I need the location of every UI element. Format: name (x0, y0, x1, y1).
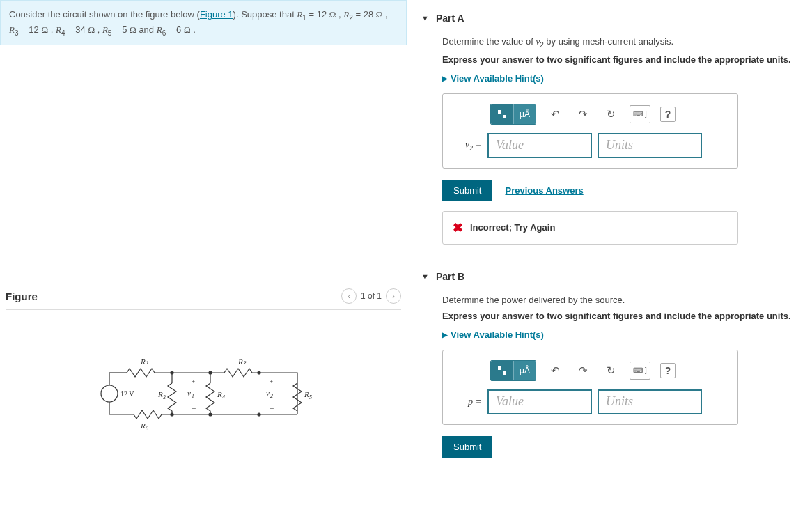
part-a-value-input[interactable]: Value (487, 133, 592, 158)
part-a-submit-button[interactable]: Submit (442, 180, 492, 201)
part-a-body: Determine the value of v2 by using mesh-… (421, 36, 798, 245)
special-char-button[interactable]: μÅ (513, 361, 536, 380)
collapse-icon: ▼ (421, 14, 429, 22)
previous-answers-link[interactable]: Previous Answers (505, 185, 583, 196)
part-a-answer-box: μÅ ↶ ↷ ↻ ⌨ ] ? v2 = Value Units (442, 93, 738, 169)
left-pane: Consider the circuit shown on the figure… (0, 0, 407, 512)
part-b-actions: Submit (442, 436, 798, 458)
svg-point-2 (209, 371, 212, 374)
svg-point-4 (171, 413, 173, 416)
svg-text:5: 5 (309, 394, 312, 401)
problem-suffix: ). Suppose that (233, 9, 297, 20)
figure-body[interactable]: R₁ R₂ R3 R4 R5 R6 v1 v2 + − 12 V + − + − (6, 309, 401, 504)
part-a-input-row: v2 = Value Units (454, 133, 726, 158)
keyboard-button[interactable]: ⌨ ] (630, 362, 650, 380)
help-button[interactable]: ? (660, 363, 676, 378)
svg-text:3: 3 (162, 394, 166, 401)
collapse-icon: ▼ (421, 272, 429, 281)
part-b-title: Part B (436, 271, 464, 282)
reset-button[interactable]: ↻ (602, 105, 620, 123)
undo-button[interactable]: ↶ (546, 362, 564, 380)
svg-text:v: v (266, 389, 270, 397)
prev-figure-button[interactable]: ‹ (341, 288, 357, 304)
pager-text: 1 of 1 (361, 291, 382, 301)
svg-text:R: R (217, 390, 222, 398)
svg-text:R: R (157, 390, 163, 398)
next-figure-button[interactable]: › (386, 288, 401, 304)
part-b-value-input[interactable]: Value (487, 389, 592, 414)
part-a-instruction: Express your answer to two significant f… (442, 54, 798, 65)
svg-rect-30 (498, 366, 501, 370)
part-a-title: Part A (436, 13, 464, 24)
figure-header: Figure ‹ 1 of 1 › (6, 286, 401, 309)
feedback-text: Incorrect; Try Again (470, 222, 555, 233)
problem-prefix: Consider the circuit shown on the figure… (9, 9, 200, 20)
part-b-answer-box: μÅ ↶ ↷ ↻ ⌨ ] ? p = Value Units (442, 350, 738, 425)
svg-text:v: v (187, 389, 191, 397)
part-b-input-row: p = Value Units (454, 389, 726, 414)
part-b-submit-button[interactable]: Submit (442, 436, 492, 458)
part-a-actions: Submit Previous Answers (442, 180, 798, 201)
svg-text:12 V: 12 V (120, 390, 134, 398)
answer-toolbar: μÅ ↶ ↷ ↻ ⌨ ] ? (490, 104, 726, 125)
svg-rect-29 (503, 115, 506, 118)
svg-rect-31 (503, 371, 506, 375)
figure-pager: ‹ 1 of 1 › (341, 288, 401, 304)
svg-text:R₁: R₁ (140, 357, 148, 366)
r4-val: 34 (75, 24, 85, 35)
svg-text:−: − (192, 404, 196, 412)
right-pane: ▼ Part A Determine the value of v2 by us… (407, 0, 812, 512)
svg-rect-28 (498, 110, 501, 114)
svg-point-3 (258, 371, 260, 374)
template-group: μÅ (490, 360, 536, 381)
redo-button[interactable]: ↷ (574, 105, 592, 123)
svg-text:+: + (192, 378, 195, 385)
part-b-prompt: Determine the power delivered by the sou… (442, 295, 798, 305)
r5-val: 5 (122, 24, 127, 35)
fraction-button[interactable] (491, 104, 513, 124)
part-b-lhs: p = (454, 396, 482, 408)
part-a-prompt: Determine the value of v2 by using mesh-… (442, 36, 798, 49)
svg-text:R₂: R₂ (237, 357, 247, 366)
svg-text:6: 6 (146, 426, 148, 432)
part-a-units-input[interactable]: Units (598, 133, 702, 158)
incorrect-icon: ✖ (453, 220, 463, 235)
part-b-hints-toggle[interactable]: ▶ View Available Hint(s) (442, 329, 798, 340)
svg-point-5 (209, 413, 212, 416)
reset-button[interactable]: ↻ (602, 362, 620, 380)
figure-link[interactable]: Figure 1 (200, 9, 233, 20)
answer-toolbar-b: μÅ ↶ ↷ ↻ ⌨ ] ? (490, 360, 726, 381)
svg-text:R: R (304, 390, 309, 398)
redo-button[interactable]: ↷ (574, 362, 592, 380)
part-b-instruction: Express your answer to two significant f… (442, 311, 798, 321)
fraction-button[interactable] (491, 361, 513, 380)
part-b-header[interactable]: ▼ Part B (421, 258, 798, 289)
part-a-feedback: ✖ Incorrect; Try Again (442, 211, 738, 245)
svg-text:1: 1 (192, 393, 194, 399)
svg-point-1 (171, 371, 173, 374)
special-char-button[interactable]: μÅ (513, 104, 536, 124)
part-a-lhs: v2 = (454, 139, 482, 152)
r3-val: 12 (29, 24, 38, 35)
undo-button[interactable]: ↶ (546, 105, 564, 123)
r6-val: 6 (176, 24, 181, 35)
svg-text:2: 2 (270, 393, 273, 399)
circuit-diagram: R₁ R₂ R3 R4 R5 R6 v1 v2 + − 12 V + − + − (88, 345, 318, 456)
part-a-hints-toggle[interactable]: ▶ View Available Hint(s) (442, 73, 798, 84)
svg-text:4: 4 (222, 394, 225, 401)
svg-text:+: + (107, 385, 111, 392)
part-b-body: Determine the power delivered by the sou… (421, 295, 798, 458)
figure-section: Figure ‹ 1 of 1 › (0, 286, 407, 504)
svg-text:−: − (270, 404, 274, 412)
help-button[interactable]: ? (660, 107, 676, 122)
r1-val: 12 (317, 9, 327, 20)
keyboard-button[interactable]: ⌨ ] (630, 105, 650, 123)
svg-point-6 (258, 413, 260, 416)
chevron-right-icon: ▶ (442, 331, 448, 339)
svg-text:R: R (140, 421, 146, 430)
chevron-right-icon: ▶ (442, 75, 448, 82)
r2-val: 28 (364, 9, 373, 20)
part-a-header[interactable]: ▼ Part A (421, 0, 798, 31)
part-b-units-input[interactable]: Units (598, 389, 702, 414)
svg-text:+: + (270, 378, 273, 385)
